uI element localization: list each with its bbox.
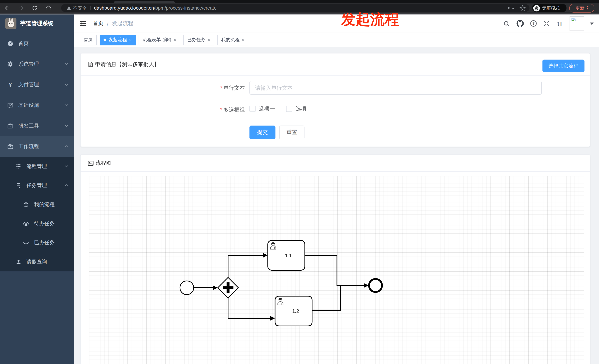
github-icon[interactable] bbox=[516, 20, 524, 27]
tab-start-process[interactable]: 发起流程 × bbox=[100, 34, 136, 45]
sidebar-item-payment[interactable]: ¥ 支付管理 bbox=[0, 74, 74, 95]
update-menu-button[interactable]: 更新 bbox=[569, 4, 594, 13]
checkbox-icon[interactable] bbox=[249, 106, 255, 112]
chevron-up-icon bbox=[64, 184, 68, 187]
sidebar-item-label: 任务管理 bbox=[26, 182, 47, 189]
browser-tabstrip bbox=[0, 0, 599, 3]
sidebar-item-label: 研发工具 bbox=[18, 123, 39, 129]
eye-icon bbox=[23, 220, 29, 227]
tab-form-edit[interactable]: 流程表单-编辑 × bbox=[139, 34, 180, 45]
sidebar-item-infra[interactable]: 基础设施 bbox=[0, 95, 74, 116]
single-line-text-input[interactable] bbox=[249, 81, 542, 94]
sidebar-item-todo-tasks[interactable]: 待办任务 bbox=[0, 214, 74, 233]
flow-list-icon bbox=[15, 163, 21, 169]
breadcrumb-home[interactable]: 首页 bbox=[93, 20, 104, 27]
home-icon[interactable] bbox=[44, 4, 53, 12]
hamburger-icon[interactable] bbox=[79, 20, 87, 27]
checkbox-option-1[interactable]: 选项一 bbox=[249, 105, 275, 112]
sidebar-item-label: 工作流程 bbox=[18, 143, 39, 150]
tabs-bar: 首页 发起流程 × 流程表单-编辑 × 已办任务 × 我的流程 × bbox=[74, 33, 599, 48]
chevron-down-icon bbox=[64, 124, 68, 128]
logo[interactable]: 芋道管理系统 bbox=[0, 15, 74, 32]
bpmn-canvas[interactable]: 1.1 1.2 bbox=[89, 176, 584, 364]
chevron-down-icon bbox=[64, 103, 68, 107]
picture-icon bbox=[88, 161, 94, 166]
briefcase-icon bbox=[7, 144, 13, 150]
close-icon[interactable]: × bbox=[129, 37, 132, 43]
url-host: dashboard.yudao.iocoder.cn bbox=[94, 5, 154, 11]
avatar[interactable] bbox=[570, 16, 584, 31]
close-icon[interactable]: × bbox=[208, 37, 211, 43]
gateway-plus-icon bbox=[227, 282, 230, 293]
checkbox-option-2[interactable]: 选项二 bbox=[286, 105, 312, 112]
sidebar-item-workflow[interactable]: 工作流程 bbox=[0, 136, 74, 157]
warning-icon bbox=[67, 6, 71, 10]
face-icon bbox=[23, 202, 29, 208]
breadcrumb-separator: / bbox=[107, 20, 108, 26]
forward-icon[interactable] bbox=[16, 4, 26, 12]
checkbox-icon[interactable] bbox=[286, 106, 292, 112]
sidebar-item-leave-query[interactable]: 请假查询 bbox=[0, 252, 74, 271]
sidebar-item-devtools[interactable]: 研发工具 bbox=[0, 116, 74, 136]
sidebar-item-task-mgmt[interactable]: 任务管理 bbox=[0, 176, 74, 195]
sidebar: 芋道管理系统 首页 系统管理 ¥ 支付管 bbox=[0, 15, 74, 364]
browser-tab[interactable] bbox=[114, 1, 175, 3]
font-size-icon[interactable]: tT bbox=[556, 20, 564, 27]
required-asterisk: * bbox=[220, 85, 222, 91]
sidebar-item-label: 首页 bbox=[18, 40, 29, 47]
choose-other-process-button[interactable]: 选择其它流程 bbox=[542, 60, 584, 72]
field-label-text-input: *单行文本 bbox=[199, 85, 245, 92]
sidebar-item-process-mgmt[interactable]: 流程管理 bbox=[0, 157, 74, 176]
close-icon[interactable]: × bbox=[174, 37, 177, 43]
annotation-text: 发起流程 bbox=[341, 10, 399, 29]
gear-icon bbox=[7, 61, 13, 67]
tab-label: 已办任务 bbox=[187, 37, 205, 43]
sidebar-item-home[interactable]: 首页 bbox=[0, 33, 74, 54]
tab-label: 我的流程 bbox=[221, 37, 239, 43]
flow-task2-to-join bbox=[312, 286, 340, 310]
sidebar-item-done-tasks[interactable]: 已办任务 bbox=[0, 233, 74, 252]
bpmn-end-event[interactable] bbox=[369, 279, 382, 292]
tab-home[interactable]: 首页 bbox=[80, 34, 97, 45]
yen-icon: ¥ bbox=[7, 82, 13, 88]
chevron-up-icon bbox=[64, 145, 68, 149]
sidebar-item-my-process[interactable]: 我的流程 bbox=[0, 195, 74, 214]
checkbox-label: 选项二 bbox=[296, 105, 312, 112]
flow-gateway-to-task1 bbox=[228, 255, 267, 277]
submit-button[interactable]: 提交 bbox=[249, 126, 275, 139]
tab-label: 首页 bbox=[84, 37, 93, 43]
card-title-text: 申请信息【测试多审批人】 bbox=[95, 61, 159, 68]
reset-button[interactable]: 重置 bbox=[279, 126, 304, 139]
help-icon[interactable]: ? bbox=[529, 20, 537, 27]
search-icon[interactable] bbox=[503, 20, 510, 27]
flow-task1-to-end bbox=[305, 255, 368, 285]
user-icon bbox=[15, 259, 21, 265]
sidebar-item-label: 待办任务 bbox=[34, 220, 55, 227]
fullscreen-icon[interactable] bbox=[543, 20, 550, 27]
task-label: 1.1 bbox=[285, 253, 292, 258]
sidebar-item-label: 已办任务 bbox=[34, 239, 55, 246]
chevron-down-icon[interactable] bbox=[590, 22, 594, 25]
url-path: /bpm/process-instance/create bbox=[154, 5, 217, 11]
security-chip[interactable]: 不安全 bbox=[67, 5, 87, 11]
card-title-text: 流程图 bbox=[96, 160, 112, 167]
sidebar-item-label: 流程管理 bbox=[26, 163, 47, 170]
task-label: 1.2 bbox=[292, 308, 299, 314]
address-bar[interactable]: 不安全 dashboard.yudao.iocoder.cn/bpm/proce… bbox=[61, 4, 529, 12]
key-icon[interactable] bbox=[508, 5, 514, 11]
back-icon[interactable] bbox=[2, 4, 12, 12]
screen: 不安全 dashboard.yudao.iocoder.cn/bpm/proce… bbox=[0, 0, 599, 364]
sidebar-item-label: 请假查询 bbox=[26, 258, 47, 265]
close-icon[interactable]: × bbox=[242, 37, 245, 43]
document-icon bbox=[88, 61, 93, 67]
sidebar-item-system[interactable]: 系统管理 bbox=[0, 54, 74, 75]
breadcrumb-current: 发起流程 bbox=[112, 20, 133, 27]
tab-my-process[interactable]: 我的流程 × bbox=[218, 34, 248, 45]
tab-done-tasks[interactable]: 已办任务 × bbox=[184, 34, 214, 45]
reload-icon[interactable] bbox=[30, 4, 40, 12]
chrome-bottom-strip bbox=[0, 13, 599, 14]
bookmark-star-icon[interactable] bbox=[520, 5, 526, 11]
required-asterisk: * bbox=[220, 107, 222, 113]
eye-closed-icon bbox=[23, 240, 29, 246]
bpmn-start-event[interactable] bbox=[180, 281, 194, 295]
